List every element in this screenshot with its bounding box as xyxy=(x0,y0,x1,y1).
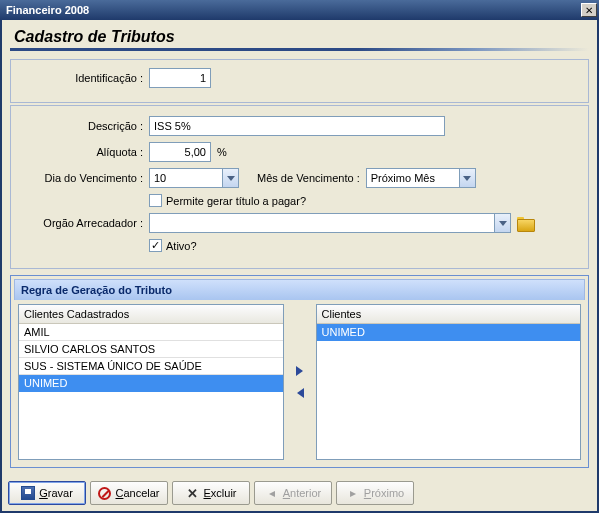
window-title: Financeiro 2008 xyxy=(2,4,89,16)
window-body: Cadastro de Tributos Identificação : Des… xyxy=(0,20,599,513)
list-item[interactable]: UNIMED xyxy=(19,375,283,392)
panel-identificacao: Identificação : xyxy=(10,59,589,103)
chevron-down-icon xyxy=(494,214,510,232)
arrow-left-icon[interactable] xyxy=(293,386,307,400)
list-item[interactable]: SILVIO CARLOS SANTOS xyxy=(19,341,283,358)
list-item[interactable]: UNIMED xyxy=(317,324,581,341)
regra-title: Regra de Geração do Tributo xyxy=(14,279,585,300)
ativo-checkbox[interactable]: ✓ Ativo? xyxy=(149,239,197,252)
orgao-arrecadador-combo[interactable] xyxy=(149,213,511,233)
label-dia-vencimento: Dia do Vencimento : xyxy=(19,172,149,184)
dia-vencimento-combo[interactable]: 10 xyxy=(149,168,239,188)
proximo-rest: róximo xyxy=(371,487,404,499)
excluir-rest: xcluir xyxy=(211,487,237,499)
clientes-cadastrados-listbox[interactable]: Clientes Cadastrados AMILSILVIO CARLOS S… xyxy=(18,304,284,460)
delete-icon: ✕ xyxy=(185,486,199,500)
label-descricao: Descrição : xyxy=(19,120,149,132)
identificacao-field[interactable] xyxy=(149,68,211,88)
proximo-button[interactable]: ▸ Próximo xyxy=(336,481,414,505)
cancelar-rest: ancelar xyxy=(123,487,159,499)
transfer-arrows xyxy=(288,364,312,400)
ativo-label: Ativo? xyxy=(166,240,197,252)
mes-vencimento-value: Próximo Mês xyxy=(367,171,459,185)
aliquota-suffix: % xyxy=(211,146,227,158)
list-item[interactable]: AMIL xyxy=(19,324,283,341)
aliquota-field[interactable] xyxy=(149,142,211,162)
checkbox-icon: ✓ xyxy=(149,239,162,252)
cancelar-button[interactable]: Cancelar xyxy=(90,481,168,505)
panel-detalhes: Descrição : Alíquota : % Dia do Vencimen… xyxy=(10,105,589,269)
window-titlebar: Financeiro 2008 ✕ xyxy=(0,0,599,20)
gravar-button[interactable]: Gravar xyxy=(8,481,86,505)
prev-icon: ◂ xyxy=(265,486,279,500)
clientes-listbox[interactable]: Clientes UNIMED xyxy=(316,304,582,460)
descricao-field[interactable] xyxy=(149,116,445,136)
clientes-cadastrados-header: Clientes Cadastrados xyxy=(19,305,283,324)
button-bar: Gravar Cancelar ✕ Excluir ◂ Anterior ▸ P… xyxy=(8,481,591,505)
next-icon: ▸ xyxy=(346,486,360,500)
anterior-rest: nterior xyxy=(290,487,321,499)
title-underline xyxy=(10,48,589,51)
checkbox-icon xyxy=(149,194,162,207)
label-identificacao: Identificação : xyxy=(19,72,149,84)
permite-titulo-checkbox[interactable]: Permite gerar título a pagar? xyxy=(149,194,306,207)
window-close-button[interactable]: ✕ xyxy=(581,3,597,17)
anterior-button[interactable]: ◂ Anterior xyxy=(254,481,332,505)
folder-icon[interactable] xyxy=(517,215,535,231)
permite-titulo-label: Permite gerar título a pagar? xyxy=(166,195,306,207)
panel-regra: Regra de Geração do Tributo Clientes Cad… xyxy=(10,275,589,468)
arrow-right-icon[interactable] xyxy=(293,364,307,378)
chevron-down-icon xyxy=(459,169,475,187)
list-item[interactable]: SUS - SISTEMA ÚNICO DE SAÚDE xyxy=(19,358,283,375)
orgao-arrecadador-value xyxy=(150,222,494,224)
page-title: Cadastro de Tributos xyxy=(6,24,593,48)
dia-vencimento-value: 10 xyxy=(150,171,222,185)
mes-vencimento-combo[interactable]: Próximo Mês xyxy=(366,168,476,188)
label-orgao: Orgão Arrecadador : xyxy=(19,217,149,229)
excluir-button[interactable]: ✕ Excluir xyxy=(172,481,250,505)
label-mes-vencimento: Mês de Vencimento : xyxy=(257,172,366,184)
gravar-rest: ravar xyxy=(48,487,73,499)
chevron-down-icon xyxy=(222,169,238,187)
save-icon xyxy=(21,486,35,500)
label-aliquota: Alíquota : xyxy=(19,146,149,158)
clientes-header: Clientes xyxy=(317,305,581,324)
cancel-icon xyxy=(98,487,111,500)
